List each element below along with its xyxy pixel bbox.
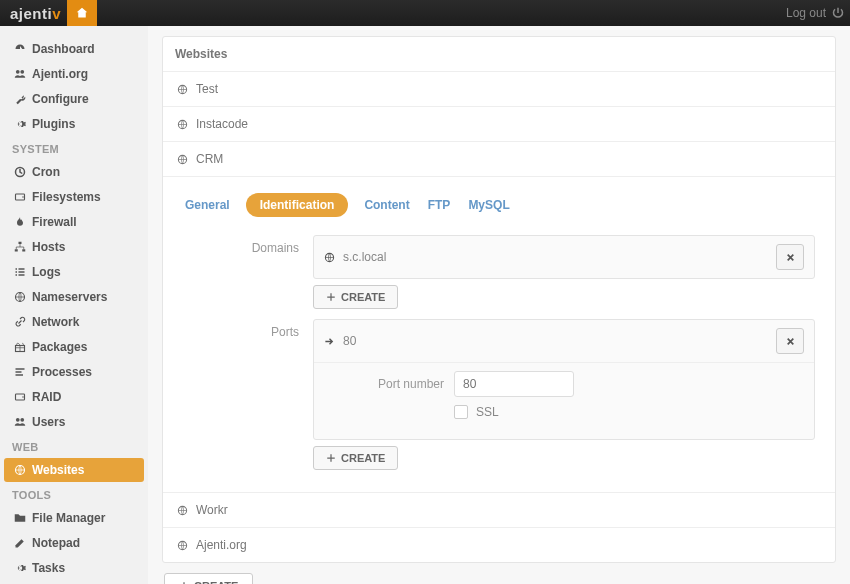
create-site-button[interactable]: CREATE xyxy=(164,573,253,584)
sidebar-item-dashboard[interactable]: Dashboard xyxy=(4,37,144,61)
ports-panel: 80 Port number xyxy=(313,319,815,440)
ssl-checkbox[interactable]: SSL xyxy=(454,405,499,419)
sidebar-item-label: RAID xyxy=(32,390,61,404)
globe-icon xyxy=(14,291,26,303)
site-row[interactable]: Test xyxy=(163,72,835,107)
create-port-button[interactable]: CREATE xyxy=(313,446,398,470)
globe-icon xyxy=(177,119,188,130)
folder-icon xyxy=(14,512,26,524)
sidebar-item-file-manager[interactable]: File Manager xyxy=(4,506,144,530)
sidebar-item-label: Firewall xyxy=(32,215,77,229)
domains-label: Domains xyxy=(183,235,313,309)
tabs: General Identification Content FTP MySQL xyxy=(183,193,815,217)
topbar: ajentiv Log out xyxy=(0,0,850,26)
port-value: 80 xyxy=(343,334,768,348)
gift-icon xyxy=(14,341,26,353)
ports-label: Ports xyxy=(183,319,313,470)
sidebar-item-websites[interactable]: Websites xyxy=(4,458,144,482)
close-icon xyxy=(786,337,795,346)
sidebar-item-users[interactable]: Users xyxy=(4,410,144,434)
sidebar-item-plugins[interactable]: Plugins xyxy=(4,112,144,136)
cog-icon xyxy=(14,562,26,574)
tab-general[interactable]: General xyxy=(183,194,232,216)
domains-panel: s.c.local xyxy=(313,235,815,279)
cog-icon xyxy=(14,118,26,130)
sidebar-item-tasks[interactable]: Tasks xyxy=(4,556,144,580)
close-icon xyxy=(786,253,795,262)
tab-content[interactable]: Content xyxy=(362,194,411,216)
sidebar-item-label: File Manager xyxy=(32,511,105,525)
button-label: CREATE xyxy=(341,291,385,303)
sidebar-item-label: Users xyxy=(32,415,65,429)
hdd-icon xyxy=(14,391,26,403)
sidebar-item-label: Nameservers xyxy=(32,290,107,304)
tab-mysql[interactable]: MySQL xyxy=(466,194,511,216)
footer-buttons: CREATE xyxy=(162,563,836,584)
domain-value: s.c.local xyxy=(343,250,768,264)
sidebar-item-packages[interactable]: Packages xyxy=(4,335,144,359)
tasks-icon xyxy=(14,366,26,378)
site-name: Ajenti.org xyxy=(196,538,247,552)
sidebar-item-logs[interactable]: Logs xyxy=(4,260,144,284)
sidebar-item-hosts[interactable]: Hosts xyxy=(4,235,144,259)
site-name: Workr xyxy=(196,503,228,517)
tab-identification[interactable]: Identification xyxy=(246,193,349,217)
sidebar-item-label: Configure xyxy=(32,92,89,106)
brand-logo: ajentiv xyxy=(10,5,61,22)
domain-item[interactable]: s.c.local xyxy=(314,236,814,278)
sidebar-item-ajenti-org[interactable]: Ajenti.org xyxy=(4,62,144,86)
site-name: CRM xyxy=(196,152,223,166)
sidebar-item-configure[interactable]: Configure xyxy=(4,87,144,111)
logout-link[interactable]: Log out xyxy=(786,6,844,20)
site-row[interactable]: Ajenti.org xyxy=(163,528,835,562)
sidebar-item-label: Ajenti.org xyxy=(32,67,88,81)
sidebar-item-processes[interactable]: Processes xyxy=(4,360,144,384)
sidebar-item-label: Logs xyxy=(32,265,61,279)
sidebar-item-notepad[interactable]: Notepad xyxy=(4,531,144,555)
button-label: CREATE xyxy=(341,452,385,464)
hdd-icon xyxy=(14,191,26,203)
gauge-icon xyxy=(14,43,26,55)
sidebar-item-label: Dashboard xyxy=(32,42,95,56)
sidebar-item-nameservers[interactable]: Nameservers xyxy=(4,285,144,309)
site-row[interactable]: Instacode xyxy=(163,107,835,142)
sidebar-item-filesystems[interactable]: Filesystems xyxy=(4,185,144,209)
delete-domain-button[interactable] xyxy=(776,244,804,270)
plus-icon xyxy=(326,453,336,463)
page-title: Websites xyxy=(163,37,835,72)
create-domain-button[interactable]: CREATE xyxy=(313,285,398,309)
sidebar-section-header: TOOLS xyxy=(4,483,144,505)
sidebar-item-firewall[interactable]: Firewall xyxy=(4,210,144,234)
home-button[interactable] xyxy=(67,0,97,26)
plus-icon xyxy=(326,292,336,302)
sitemap-icon xyxy=(14,241,26,253)
sidebar-item-label: Websites xyxy=(32,463,84,477)
sidebar-item-raid[interactable]: RAID xyxy=(4,385,144,409)
main-content: Websites Test Instacode CRM General Iden… xyxy=(148,26,850,584)
sidebar-item-network[interactable]: Network xyxy=(4,310,144,334)
sidebar-item-label: Network xyxy=(32,315,79,329)
tab-ftp[interactable]: FTP xyxy=(426,194,453,216)
port-subform: Port number SSL xyxy=(314,362,814,439)
power-icon xyxy=(832,7,844,19)
port-item[interactable]: 80 xyxy=(314,320,814,362)
sidebar-item-label: Tasks xyxy=(32,561,65,575)
sidebar-item-cron[interactable]: Cron xyxy=(4,160,144,184)
globe-icon xyxy=(177,154,188,165)
fire-icon xyxy=(14,216,26,228)
delete-port-button[interactable] xyxy=(776,328,804,354)
sidebar-section-header: SYSTEM xyxy=(4,137,144,159)
sidebar-section-header: WEB xyxy=(4,435,144,457)
site-row[interactable]: CRM xyxy=(163,142,835,177)
site-row[interactable]: Workr xyxy=(163,493,835,528)
home-icon xyxy=(76,7,88,19)
site-expanded-panel: General Identification Content FTP MySQL… xyxy=(163,177,835,493)
list-icon xyxy=(14,266,26,278)
globe-icon xyxy=(177,540,188,551)
sidebar-item-label: Cron xyxy=(32,165,60,179)
sidebar-item-label: Hosts xyxy=(32,240,65,254)
globe-icon xyxy=(324,252,335,263)
button-label: CREATE xyxy=(194,580,238,584)
wrench-icon xyxy=(14,93,26,105)
port-number-input[interactable] xyxy=(454,371,574,397)
